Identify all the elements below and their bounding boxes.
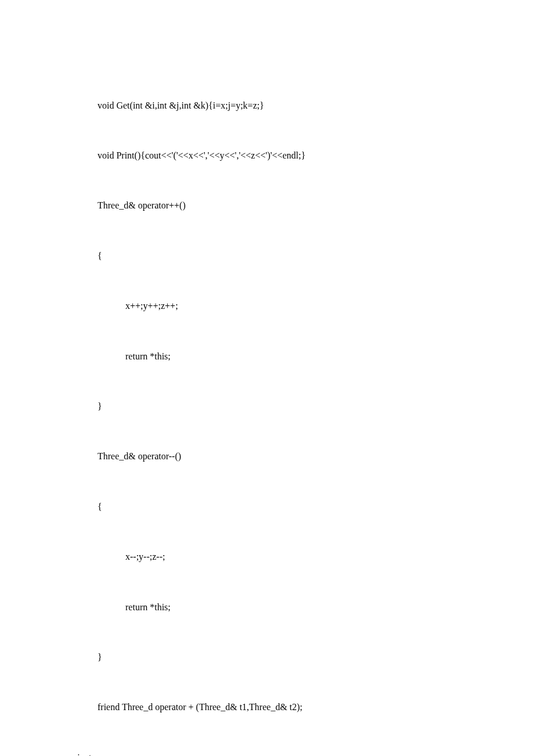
code-line: Three_d& operator--() <box>70 448 464 465</box>
code-block-1: void Get(int &i,int &j,int &k){i=x;j=y;k… <box>70 64 464 756</box>
code-line: } <box>70 649 464 666</box>
document-page: void Get(int &i,int &j,int &k){i=x;j=y;k… <box>0 0 534 756</box>
code-line: void Get(int &i,int &j,int &k){i=x;j=y;k… <box>70 98 464 114</box>
code-line: x--;y--;z--; <box>70 549 464 566</box>
code-line: Three_d& operator++() <box>70 197 464 214</box>
code-line: { <box>70 248 464 265</box>
code-line: friend Three_d operator + (Three_d& t1,T… <box>70 699 464 716</box>
code-line: void Print(){cout<<'('<<x<<','<<y<<','<<… <box>70 147 464 164</box>
code-line: private: <box>70 750 464 756</box>
code-line: return *this; <box>70 599 464 616</box>
code-line: { <box>70 499 464 516</box>
code-line: x++;y++;z++; <box>70 298 464 315</box>
code-line: return *this; <box>70 348 464 365</box>
code-line: } <box>70 398 464 415</box>
